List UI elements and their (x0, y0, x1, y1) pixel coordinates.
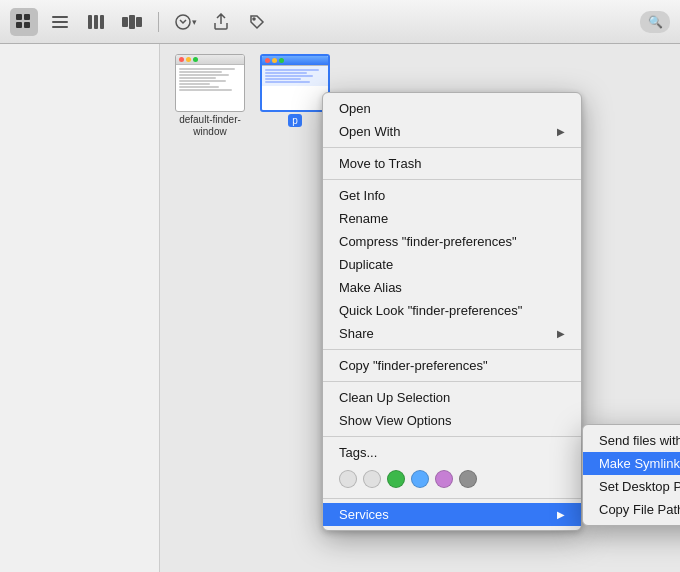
svg-rect-12 (136, 17, 142, 27)
context-menu: Open Open With ▶ Move to Trash Get Info … (322, 92, 582, 531)
toolbar-sep-1 (158, 12, 159, 32)
view-icon-list[interactable] (46, 8, 74, 36)
submenu-item-desktop[interactable]: Set Desktop Picture (583, 475, 680, 498)
share-arrow: ▶ (557, 328, 565, 339)
submenu-item-symlink[interactable]: Make Symlink (583, 452, 680, 475)
svg-rect-3 (24, 22, 30, 28)
menu-item-quick-look[interactable]: Quick Look "finder-preferences" (323, 299, 581, 322)
file-label-finder: default-finder- window (170, 114, 250, 138)
toolbar-right: 🔍 (640, 11, 670, 33)
action-button[interactable]: ▾ (171, 8, 199, 36)
svg-rect-2 (16, 22, 22, 28)
tag-dot-blue[interactable] (411, 470, 429, 488)
file-thumbnail-prefs (260, 54, 330, 112)
file-thumbnail-finder (175, 54, 245, 112)
file-label-prefs-selected: p (288, 114, 302, 127)
sidebar (0, 44, 160, 572)
submenu-item-copy-path[interactable]: Copy File Path (583, 498, 680, 521)
tag-dot-green[interactable] (387, 470, 405, 488)
sep-4 (323, 381, 581, 382)
services-arrow: ▶ (557, 509, 565, 520)
view-icon-columns[interactable] (82, 8, 110, 36)
menu-item-open-with[interactable]: Open With ▶ (323, 120, 581, 143)
menu-item-cleanup[interactable]: Clean Up Selection (323, 386, 581, 409)
menu-item-compress[interactable]: Compress "finder-preferences" (323, 230, 581, 253)
svg-rect-8 (94, 15, 98, 29)
file-item-default-finder[interactable]: default-finder- window (170, 54, 250, 138)
sep-2 (323, 179, 581, 180)
menu-item-view-options[interactable]: Show View Options (323, 409, 581, 432)
menu-item-copy[interactable]: Copy "finder-preferences" (323, 354, 581, 377)
tag-dot-none1[interactable] (339, 470, 357, 488)
submenu-item-teamviewer[interactable]: Send files with TeamViewer (583, 429, 680, 452)
sep-3 (323, 349, 581, 350)
sep-5 (323, 436, 581, 437)
menu-item-tags[interactable]: Tags... (323, 441, 581, 464)
svg-rect-7 (88, 15, 92, 29)
svg-rect-0 (16, 14, 22, 20)
search-button[interactable]: 🔍 (640, 11, 670, 33)
menu-item-rename[interactable]: Rename (323, 207, 581, 230)
svg-rect-9 (100, 15, 104, 29)
menu-item-services[interactable]: Services ▶ (323, 503, 581, 526)
tags-color-row (323, 464, 581, 494)
share-button[interactable] (207, 8, 235, 36)
svg-rect-4 (52, 16, 68, 18)
svg-rect-1 (24, 14, 30, 20)
menu-item-duplicate[interactable]: Duplicate (323, 253, 581, 276)
svg-rect-10 (122, 17, 128, 27)
file-area: default-finder- window p (160, 44, 680, 572)
svg-rect-5 (52, 21, 68, 23)
menu-item-open[interactable]: Open (323, 97, 581, 120)
services-submenu: Send files with TeamViewer Make Symlink … (582, 424, 680, 526)
view-icon-grid[interactable] (10, 8, 38, 36)
svg-rect-6 (52, 26, 68, 28)
tag-dot-purple[interactable] (435, 470, 453, 488)
sep-6 (323, 498, 581, 499)
menu-item-get-info[interactable]: Get Info (323, 184, 581, 207)
menu-item-share[interactable]: Share ▶ (323, 322, 581, 345)
view-icon-coverflow[interactable] (118, 8, 146, 36)
tag-button[interactable] (243, 8, 271, 36)
tag-dot-gray[interactable] (459, 470, 477, 488)
open-with-arrow: ▶ (557, 126, 565, 137)
svg-rect-11 (129, 15, 135, 29)
tag-dot-none2[interactable] (363, 470, 381, 488)
svg-point-14 (253, 18, 255, 20)
toolbar: ▾ 🔍 (0, 0, 680, 44)
main-area: default-finder- window p (0, 44, 680, 572)
menu-item-trash[interactable]: Move to Trash (323, 152, 581, 175)
menu-item-make-alias[interactable]: Make Alias (323, 276, 581, 299)
sep-1 (323, 147, 581, 148)
